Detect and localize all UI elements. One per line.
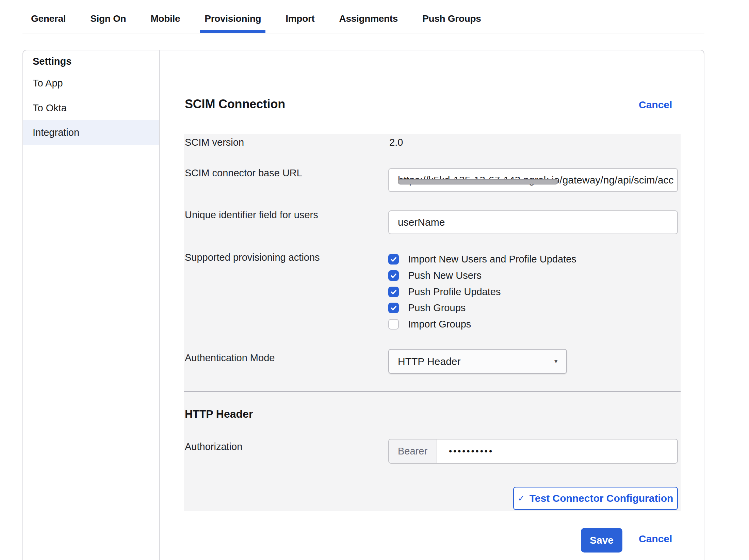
app-tab-bar: General Sign On Mobile Provisioning Impo… [31,11,481,26]
checkbox-import-groups[interactable] [388,319,399,330]
section-divider [184,391,681,392]
tab-provisioning[interactable]: Provisioning [205,11,261,26]
http-header-section-title: HTTP Header [185,408,253,420]
sidebar-item-to-okta[interactable]: To Okta [23,96,159,120]
action-label: Push Profile Updates [408,286,501,298]
checkbox-push-new-users[interactable] [388,270,399,281]
cancel-link-bottom[interactable]: Cancel [639,533,672,545]
settings-sidebar: Settings To App To Okta Integration [23,50,160,560]
provisioning-actions-label: Supported provisioning actions [185,252,320,263]
authorization-prefix: Bearer [389,439,437,463]
unique-id-label: Unique identifier field for users [185,209,318,221]
base-url-label: SCIM connector base URL [185,167,302,179]
action-label: Push Groups [408,302,466,314]
auth-mode-label: Authentication Mode [185,352,275,364]
tab-import[interactable]: Import [286,11,314,26]
scim-connection-form: SCIM version 2.0 SCIM connector base URL… [184,134,681,511]
base-url-suffix: /gateway/ng/api/scim/acc [559,174,673,186]
action-row-import-new-users: Import New Users and Profile Updates [388,254,576,265]
action-label: Import New Users and Profile Updates [408,254,576,265]
unique-id-input[interactable]: userName [388,210,678,234]
tab-general[interactable]: General [31,11,66,26]
action-row-push-profile-updates: Push Profile Updates [388,287,501,297]
action-row-push-groups: Push Groups [388,303,466,313]
tab-mobile[interactable]: Mobile [150,11,180,26]
sidebar-item-to-app[interactable]: To App [23,71,159,95]
tab-assignments[interactable]: Assignments [339,11,398,26]
cancel-link-top[interactable]: Cancel [639,99,672,111]
authorization-input-group: Bearer •••••••••• [388,439,678,464]
auth-mode-value: HTTP Header [398,356,461,367]
test-connector-configuration-button[interactable]: ✓ Test Connector Configuration [513,487,678,510]
base-url-input[interactable]: https://k5kd-135-13-67-143.ngrok.io/gate… [388,168,678,192]
sidebar-item-integration[interactable]: Integration [23,120,159,145]
action-row-import-groups: Import Groups [388,319,471,330]
tab-sign-on[interactable]: Sign On [90,11,126,26]
action-row-push-new-users: Push New Users [388,270,482,281]
checkbox-push-groups[interactable] [388,303,399,313]
scim-version-label: SCIM version [185,137,244,148]
page-title: SCIM Connection [185,97,285,111]
checkbox-push-profile-updates[interactable] [388,287,399,297]
check-icon: ✓ [518,494,525,503]
checkbox-import-new-users[interactable] [388,254,399,265]
action-label: Import Groups [408,319,471,330]
unique-id-value: userName [398,217,445,228]
authorization-token-input[interactable]: •••••••••• [437,439,493,463]
tabbar-divider [22,33,704,33]
scim-version-value: 2.0 [389,137,403,148]
redacted-url-prefix: https://k5kd-135-13-67-143.ngrok.io [398,174,559,186]
tab-push-groups[interactable]: Push Groups [422,11,481,26]
chevron-down-icon: ▼ [553,358,559,365]
auth-mode-select[interactable]: HTTP Header ▼ [388,349,567,374]
authorization-label: Authorization [185,441,242,452]
action-label: Push New Users [408,270,482,281]
save-button[interactable]: Save [581,528,622,553]
redaction-bar [398,179,558,185]
sidebar-title: Settings [33,56,71,67]
